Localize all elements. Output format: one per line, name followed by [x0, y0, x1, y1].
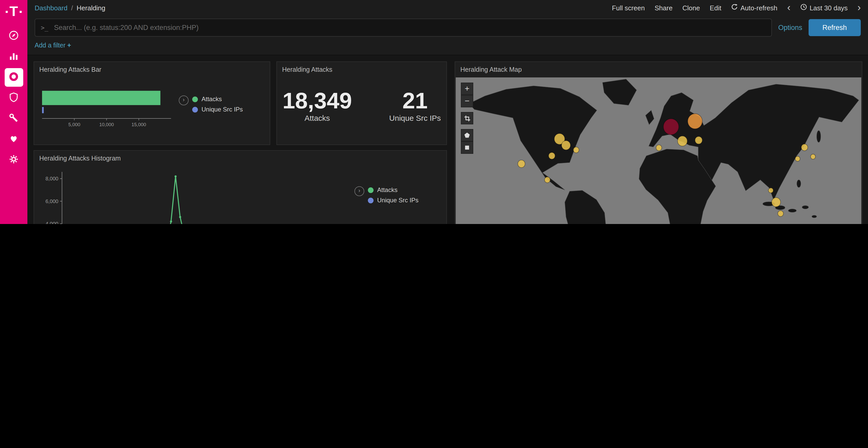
search-box: >_	[35, 19, 772, 37]
clock-icon	[800, 4, 807, 12]
dashboard-grid: Heralding Attacks Bar 5,00010,00015,000 …	[27, 55, 868, 224]
filter-bar: Add a filter +	[27, 40, 868, 55]
auto-refresh-button[interactable]: Auto-refresh	[731, 4, 777, 12]
map-controls: +−	[461, 82, 473, 154]
edit-button[interactable]: Edit	[710, 4, 721, 12]
full-screen-button[interactable]: Full screen	[612, 4, 645, 12]
metric-value: 18,349	[282, 88, 352, 113]
options-link[interactable]: Options	[778, 24, 802, 32]
svg-text:5,000: 5,000	[68, 122, 80, 127]
kibana-dashboard: T Dashboard / Heralding	[0, 0, 868, 224]
time-back-chevron-icon[interactable]: ‹	[787, 2, 790, 12]
panel-title: Heralding Attacks Histogram	[34, 151, 446, 164]
sidebar-item-visualize[interactable]	[4, 47, 23, 66]
panel-attacks-histogram: Heralding Attacks Histogram 02,0004,0006…	[34, 150, 447, 224]
world-map[interactable]: +− Count 3 – 2,729.42,729.4 – 5,455.85,4…	[456, 77, 861, 224]
search-input[interactable]	[53, 23, 766, 32]
legend-item[interactable]: Unique Src IPs	[368, 197, 441, 204]
clone-button[interactable]: Clone	[682, 4, 700, 12]
sidebar-item-dev-tools[interactable]	[4, 109, 23, 128]
query-prompt-icon: >_	[41, 24, 48, 31]
main-column: Dashboard / Heralding Full screen Share …	[27, 0, 868, 224]
attacks-horizontal-bar-chart: 5,00010,00015,000	[38, 82, 178, 136]
world-map-svg	[456, 77, 861, 224]
svg-text:15,000: 15,000	[131, 122, 146, 127]
telekom-logo: T	[6, 5, 22, 19]
logo-dot	[20, 10, 22, 13]
sidebar-item-discover[interactable]	[4, 27, 23, 45]
shield-icon	[8, 92, 19, 105]
share-button[interactable]: Share	[655, 4, 673, 12]
top-nav-bar: Dashboard / Heralding Full screen Share …	[27, 0, 868, 15]
panel-attacks-metric: Heralding Attacks 18,349 Attacks 21 Uniq…	[276, 61, 447, 145]
compass-icon	[8, 30, 19, 43]
sidebar-item-monitoring[interactable]	[4, 130, 23, 149]
metric-unique-src-ips: 21 Unique Src IPs	[389, 88, 441, 123]
svg-text:4,000: 4,000	[45, 221, 58, 224]
draw-rect-button[interactable]	[461, 141, 473, 154]
heart-icon	[8, 133, 19, 146]
legend-label: Unique Src IPs	[202, 106, 243, 113]
legend-label: Unique Src IPs	[377, 197, 418, 204]
svg-text:8,000: 8,000	[45, 176, 58, 181]
breadcrumb-dashboard-link[interactable]: Dashboard	[35, 4, 67, 12]
panel-title: Heralding Attack Map	[455, 62, 862, 75]
gear-icon	[8, 153, 19, 167]
svg-text:6,000: 6,000	[45, 199, 58, 204]
svg-text:10,000: 10,000	[99, 122, 114, 127]
legend-item[interactable]: Unique Src IPs	[192, 106, 266, 113]
add-filter-link[interactable]: Add a filter +	[35, 42, 71, 49]
breadcrumb-separator: /	[71, 4, 73, 12]
metric-label: Unique Src IPs	[389, 114, 441, 123]
logo-letter: T	[9, 5, 18, 19]
legend-color-dot	[192, 96, 198, 102]
metric-attacks: 18,349 Attacks	[282, 88, 352, 123]
panel-title: Heralding Attacks	[277, 62, 446, 75]
panel-attacks-bar: Heralding Attacks Bar 5,00010,00015,000 …	[34, 61, 270, 145]
bar-chart-icon	[8, 50, 19, 63]
legend-toggle-icon[interactable]: ›	[354, 186, 364, 196]
legend-toggle-icon[interactable]: ›	[179, 96, 189, 105]
logo-dot	[6, 10, 8, 13]
legend-item[interactable]: Attacks	[368, 186, 441, 194]
sidebar-item-security[interactable]	[4, 89, 23, 107]
legend-label: Attacks	[202, 96, 222, 103]
time-forward-chevron-icon[interactable]: ›	[858, 2, 861, 12]
refresh-cycle-icon	[731, 4, 738, 12]
refresh-button[interactable]: Refresh	[808, 19, 861, 36]
draw-polygon-button[interactable]	[461, 129, 473, 141]
time-range-picker[interactable]: Last 30 days	[800, 4, 847, 12]
top-menu: Full screen Share Clone Edit Auto-refres…	[612, 3, 861, 12]
app-sidebar: T	[0, 0, 27, 224]
panel-title: Heralding Attacks Bar	[34, 62, 270, 75]
donut-gauge-icon	[8, 71, 19, 84]
attacks-line-chart: 02,0004,0006,0008,0002018-10-28 02:00201…	[38, 164, 353, 224]
sidebar-item-dashboard[interactable]	[4, 68, 23, 87]
plus-icon: +	[67, 42, 71, 49]
legend-item[interactable]: Attacks	[192, 96, 266, 103]
chart-legend: › AttacksUnique Src IPs	[178, 75, 266, 136]
panel-attack-map: Heralding Attack Map +− Count 3 – 2,729.…	[455, 61, 862, 224]
legend-label: Attacks	[377, 186, 398, 194]
wrench-icon	[8, 112, 19, 125]
legend-color-dot	[368, 198, 374, 203]
zoom-in-button[interactable]: +	[461, 82, 473, 95]
chart-legend: › AttacksUnique Src IPs	[353, 164, 441, 224]
legend-color-dot	[368, 187, 374, 193]
metric-label: Attacks	[282, 114, 352, 123]
sidebar-item-management[interactable]	[4, 151, 23, 169]
query-bar: >_ Options Refresh	[27, 15, 868, 40]
crop-button[interactable]	[461, 112, 473, 125]
breadcrumb-current: Heralding	[76, 4, 105, 12]
zoom-out-button[interactable]: −	[461, 95, 473, 107]
metric-value: 21	[389, 88, 441, 113]
legend-color-dot	[192, 107, 198, 112]
